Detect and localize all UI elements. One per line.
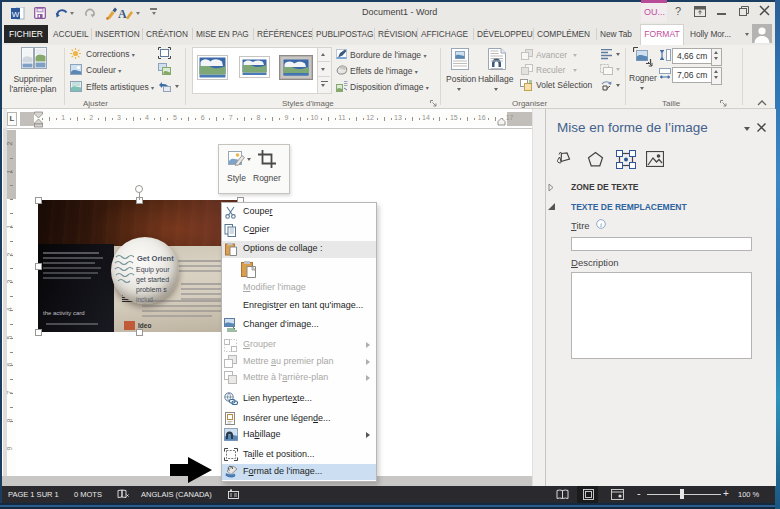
svg-text:i: i xyxy=(600,221,602,229)
svg-text:W: W xyxy=(12,10,20,19)
svg-text:A: A xyxy=(118,7,127,20)
